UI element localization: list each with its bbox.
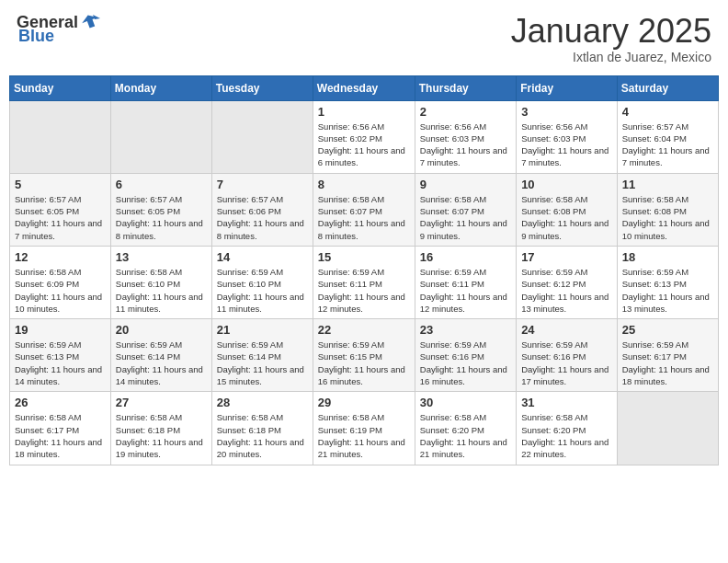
weekday-header-tuesday: Tuesday: [211, 75, 313, 100]
day-info: Sunrise: 6:56 AMSunset: 6:03 PMDaylight:…: [521, 121, 612, 169]
day-info: Sunrise: 6:59 AMSunset: 6:11 PMDaylight:…: [318, 266, 410, 315]
day-cell: [10, 100, 111, 173]
day-info: Sunrise: 6:59 AMSunset: 6:17 PMDaylight:…: [622, 339, 713, 387]
day-cell: 19Sunrise: 6:59 AMSunset: 6:13 PMDayligh…: [10, 319, 111, 392]
day-number: 3: [521, 105, 612, 119]
weekday-header-wednesday: Wednesday: [313, 75, 415, 100]
day-cell: 29Sunrise: 6:58 AMSunset: 6:19 PMDayligh…: [313, 392, 415, 465]
svg-marker-0: [80, 12, 100, 29]
day-number: 23: [420, 323, 511, 337]
day-info: Sunrise: 6:59 AMSunset: 6:14 PMDaylight:…: [116, 339, 207, 387]
day-number: 21: [217, 323, 308, 337]
page-header: General Blue January 2025 Ixtlan de Juar…: [9, 9, 719, 68]
day-cell: 17Sunrise: 6:59 AMSunset: 6:12 PMDayligh…: [517, 246, 618, 318]
title-section: January 2025 Ixtlan de Juarez, Mexico: [511, 13, 711, 64]
day-number: 28: [217, 396, 308, 409]
day-cell: 2Sunrise: 6:56 AMSunset: 6:03 PMDaylight…: [415, 100, 516, 173]
day-info: Sunrise: 6:59 AMSunset: 6:12 PMDaylight:…: [521, 266, 612, 315]
day-number: 29: [318, 396, 410, 409]
day-cell: 9Sunrise: 6:58 AMSunset: 6:07 PMDaylight…: [415, 173, 516, 246]
day-info: Sunrise: 6:59 AMSunset: 6:16 PMDaylight:…: [420, 339, 511, 387]
day-number: 22: [318, 323, 410, 337]
day-cell: 11Sunrise: 6:58 AMSunset: 6:08 PMDayligh…: [617, 173, 718, 246]
day-number: 26: [15, 396, 106, 409]
day-info: Sunrise: 6:58 AMSunset: 6:18 PMDaylight:…: [116, 411, 207, 460]
location-title: Ixtlan de Juarez, Mexico: [511, 50, 711, 64]
weekday-header-thursday: Thursday: [415, 75, 516, 100]
day-cell: 7Sunrise: 6:57 AMSunset: 6:06 PMDaylight…: [211, 173, 313, 246]
day-number: 16: [420, 250, 511, 264]
month-title: January 2025: [511, 13, 711, 50]
day-number: 6: [116, 178, 207, 191]
day-info: Sunrise: 6:58 AMSunset: 6:19 PMDaylight:…: [318, 411, 410, 460]
logo-bird-icon: [80, 11, 100, 31]
day-info: Sunrise: 6:59 AMSunset: 6:11 PMDaylight:…: [420, 266, 511, 315]
weekday-header-saturday: Saturday: [617, 75, 718, 100]
day-cell: 8Sunrise: 6:58 AMSunset: 6:07 PMDaylight…: [313, 173, 415, 246]
day-number: 11: [622, 178, 713, 191]
day-info: Sunrise: 6:56 AMSunset: 6:03 PMDaylight:…: [420, 121, 511, 169]
day-number: 13: [116, 250, 207, 264]
day-cell: 6Sunrise: 6:57 AMSunset: 6:05 PMDaylight…: [110, 173, 211, 246]
day-info: Sunrise: 6:58 AMSunset: 6:18 PMDaylight:…: [217, 411, 308, 460]
week-row-2: 5Sunrise: 6:57 AMSunset: 6:05 PMDaylight…: [10, 173, 719, 246]
day-number: 19: [15, 323, 106, 337]
day-cell: 1Sunrise: 6:56 AMSunset: 6:02 PMDaylight…: [313, 100, 415, 173]
day-info: Sunrise: 6:57 AMSunset: 6:04 PMDaylight:…: [622, 121, 713, 169]
day-cell: 21Sunrise: 6:59 AMSunset: 6:14 PMDayligh…: [211, 319, 313, 392]
day-cell: 30Sunrise: 6:58 AMSunset: 6:20 PMDayligh…: [415, 392, 516, 465]
day-cell: 3Sunrise: 6:56 AMSunset: 6:03 PMDaylight…: [517, 100, 618, 173]
day-number: 1: [318, 105, 410, 119]
day-info: Sunrise: 6:59 AMSunset: 6:15 PMDaylight:…: [318, 339, 410, 387]
day-cell: 23Sunrise: 6:59 AMSunset: 6:16 PMDayligh…: [415, 319, 516, 392]
day-cell: 27Sunrise: 6:58 AMSunset: 6:18 PMDayligh…: [110, 392, 211, 465]
week-row-5: 26Sunrise: 6:58 AMSunset: 6:17 PMDayligh…: [10, 392, 719, 465]
day-info: Sunrise: 6:57 AMSunset: 6:06 PMDaylight:…: [217, 193, 308, 242]
logo: General Blue: [17, 13, 100, 46]
day-number: 30: [420, 396, 511, 409]
day-info: Sunrise: 6:58 AMSunset: 6:09 PMDaylight:…: [15, 266, 106, 315]
day-cell: 20Sunrise: 6:59 AMSunset: 6:14 PMDayligh…: [110, 319, 211, 392]
day-cell: 4Sunrise: 6:57 AMSunset: 6:04 PMDaylight…: [617, 100, 718, 173]
day-number: 27: [116, 396, 207, 409]
day-number: 17: [521, 250, 612, 264]
weekday-header-friday: Friday: [517, 75, 618, 100]
day-info: Sunrise: 6:59 AMSunset: 6:14 PMDaylight:…: [217, 339, 308, 387]
calendar-table: SundayMondayTuesdayWednesdayThursdayFrid…: [9, 75, 719, 465]
day-number: 24: [521, 323, 612, 337]
day-number: 12: [15, 250, 106, 264]
weekday-header-sunday: Sunday: [10, 75, 111, 100]
day-info: Sunrise: 6:59 AMSunset: 6:10 PMDaylight:…: [217, 266, 308, 315]
day-cell: 16Sunrise: 6:59 AMSunset: 6:11 PMDayligh…: [415, 246, 516, 318]
day-number: 20: [116, 323, 207, 337]
day-number: 2: [420, 105, 511, 119]
day-info: Sunrise: 6:57 AMSunset: 6:05 PMDaylight:…: [15, 193, 106, 242]
day-cell: 13Sunrise: 6:58 AMSunset: 6:10 PMDayligh…: [110, 246, 211, 318]
day-info: Sunrise: 6:59 AMSunset: 6:13 PMDaylight:…: [15, 339, 106, 387]
day-info: Sunrise: 6:59 AMSunset: 6:16 PMDaylight:…: [521, 339, 612, 387]
logo-blue-text: Blue: [18, 27, 54, 46]
day-info: Sunrise: 6:58 AMSunset: 6:07 PMDaylight:…: [318, 193, 410, 242]
day-number: 9: [420, 178, 511, 191]
day-cell: 31Sunrise: 6:58 AMSunset: 6:20 PMDayligh…: [517, 392, 618, 465]
day-cell: 18Sunrise: 6:59 AMSunset: 6:13 PMDayligh…: [617, 246, 718, 318]
day-number: 31: [521, 396, 612, 409]
day-number: 7: [217, 178, 308, 191]
day-cell: 10Sunrise: 6:58 AMSunset: 6:08 PMDayligh…: [517, 173, 618, 246]
day-info: Sunrise: 6:58 AMSunset: 6:08 PMDaylight:…: [521, 193, 612, 242]
week-row-3: 12Sunrise: 6:58 AMSunset: 6:09 PMDayligh…: [10, 246, 719, 318]
day-cell: [211, 100, 313, 173]
day-number: 10: [521, 178, 612, 191]
day-info: Sunrise: 6:58 AMSunset: 6:07 PMDaylight:…: [420, 193, 511, 242]
day-number: 8: [318, 178, 410, 191]
day-cell: 15Sunrise: 6:59 AMSunset: 6:11 PMDayligh…: [313, 246, 415, 318]
day-info: Sunrise: 6:57 AMSunset: 6:05 PMDaylight:…: [116, 193, 207, 242]
day-cell: [110, 100, 211, 173]
day-info: Sunrise: 6:58 AMSunset: 6:10 PMDaylight:…: [116, 266, 207, 315]
day-number: 4: [622, 105, 713, 119]
day-info: Sunrise: 6:58 AMSunset: 6:20 PMDaylight:…: [521, 411, 612, 460]
day-number: 14: [217, 250, 308, 264]
week-row-1: 1Sunrise: 6:56 AMSunset: 6:02 PMDaylight…: [10, 100, 719, 173]
day-cell: 5Sunrise: 6:57 AMSunset: 6:05 PMDaylight…: [10, 173, 111, 246]
day-number: 25: [622, 323, 713, 337]
